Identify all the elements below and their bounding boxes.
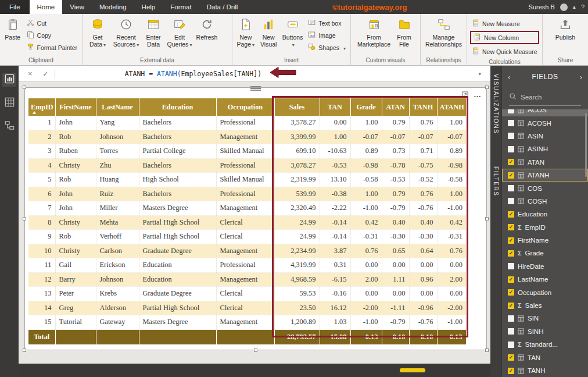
from-marketplace-button[interactable]: From Marketplace — [356, 16, 393, 57]
column-header-empid[interactable]: EmpID — [28, 98, 55, 116]
resize-handle[interactable] — [485, 348, 489, 352]
column-header-lastname[interactable]: LastName — [96, 98, 139, 116]
field-checkbox-checked[interactable]: ✓ — [508, 276, 514, 283]
field-checkbox[interactable] — [508, 146, 514, 152]
table-row[interactable]: 1JohnYangBachelorsProfessional3,578.270.… — [28, 116, 466, 130]
resize-handle[interactable] — [23, 217, 26, 220]
table-row[interactable]: 8ChristyMehtaPartial High SchoolClerical… — [28, 215, 466, 230]
menu-file[interactable]: File — [0, 0, 30, 14]
field-item-atanh[interactable]: ✓ATANH — [502, 169, 588, 182]
column-header-occupation[interactable]: Occupation — [216, 98, 274, 116]
fields-scrollbar[interactable] — [585, 113, 587, 177]
from-file-button[interactable]: From File — [393, 16, 416, 57]
field-item-education[interactable]: ✓Education — [502, 208, 588, 220]
paste-button[interactable]: Paste — [2, 16, 24, 57]
table-row[interactable]: 13PeterKrebsGraduate DegreeClerical59.53… — [28, 287, 466, 301]
shapes-button[interactable]: Shapes — [306, 42, 347, 53]
more-options-icon[interactable]: … — [474, 92, 482, 98]
column-header-firstname[interactable]: FirstName — [55, 98, 96, 116]
field-checkbox-checked[interactable]: ✓ — [508, 368, 514, 374]
avatar[interactable] — [560, 3, 568, 11]
tab-home[interactable]: Home — [30, 0, 63, 14]
column-header-grade[interactable]: Grade — [350, 98, 382, 116]
resize-handle[interactable] — [23, 348, 26, 352]
new-page-button[interactable]: New Page — [234, 16, 257, 57]
field-item-cosh[interactable]: COSH — [502, 195, 588, 208]
cut-button[interactable]: Cut — [25, 17, 79, 29]
enter-data-button[interactable]: Enter Data — [141, 16, 166, 57]
field-item-grade[interactable]: ✓ΣGrade — [502, 247, 588, 259]
new-visual-button[interactable]: New Visual — [257, 16, 279, 57]
field-checkbox-checked[interactable]: ✓ — [508, 224, 514, 230]
field-item-sin[interactable]: SIN — [502, 312, 588, 325]
field-checkbox-checked[interactable]: ✓ — [508, 172, 514, 179]
field-checkbox-checked[interactable]: ✓ — [508, 289, 514, 296]
chevron-right-icon[interactable]: › — [580, 73, 582, 81]
table-row[interactable]: 10ChristyCarlsonGraduate DegreeManagemen… — [28, 244, 466, 258]
field-checkbox-checked[interactable]: ✓ — [508, 303, 514, 309]
field-checkbox-checked[interactable]: ✓ — [508, 211, 514, 218]
table-row[interactable]: 2RobJohnsonBachelorsManagement3,399.991.… — [28, 130, 466, 144]
field-checkbox-checked[interactable]: ✓ — [508, 250, 514, 257]
field-checkbox[interactable] — [508, 263, 514, 269]
column-header-education[interactable]: Education — [139, 98, 216, 116]
table-row[interactable]: 9RobVerhoffPartial High SchoolClerical24… — [28, 230, 466, 244]
report-canvas[interactable]: … EmpIDFirstNameLastNameEducationOccupat… — [19, 82, 490, 377]
manage-relationships-button[interactable]: Manage Relationships — [423, 16, 465, 57]
buttons-button[interactable]: Buttons — [280, 16, 305, 57]
field-item-lastname[interactable]: ✓LastName — [502, 273, 588, 286]
field-item-sinh[interactable]: SINH — [502, 325, 588, 338]
canvas-horizontal-scrollbar[interactable] — [400, 368, 425, 372]
field-checkbox-checked[interactable]: ✓ — [508, 237, 514, 244]
resize-handle[interactable] — [485, 86, 489, 89]
table-row[interactable]: 5RobHuangHigh SchoolSkilled Manual2,319.… — [28, 173, 466, 187]
resize-handle[interactable] — [485, 217, 489, 220]
column-header-atan[interactable]: ATAN — [382, 98, 409, 116]
field-item-firstname[interactable]: ✓FirstName — [502, 234, 588, 247]
tab-modeling[interactable]: Modeling — [92, 0, 134, 14]
field-item-acosh[interactable]: ACOSH — [502, 116, 588, 129]
field-item-acos[interactable]: ACOS — [502, 109, 588, 116]
report-view-button[interactable] — [2, 73, 16, 87]
column-header-tanh[interactable]: TANH — [409, 98, 437, 116]
chevron-left-icon[interactable]: ‹ — [508, 73, 510, 81]
table-row[interactable]: 15TutorialGatewayMasters DegreeManagemen… — [28, 315, 466, 330]
formula-commit-icon[interactable]: ✓ — [43, 70, 49, 78]
tab-view[interactable]: View — [62, 0, 92, 14]
field-item-standard-[interactable]: ΣStandard... — [502, 338, 588, 351]
table-row[interactable]: 6JohnRuizBachelorsProfessional539.99-0.3… — [28, 187, 466, 201]
recent-sources-button[interactable]: Recent Sources — [111, 16, 141, 57]
field-item-sales[interactable]: ✓ΣSales — [502, 299, 588, 312]
format-painter-button[interactable]: Format Painter — [25, 42, 79, 53]
column-header-atanh[interactable]: ATANH — [437, 98, 466, 116]
field-item-atan[interactable]: ✓ATAN — [502, 156, 588, 169]
edit-queries-button[interactable]: Edit Queries — [166, 16, 193, 57]
visualizations-pane-toggle[interactable]: VISUALIZATIONS — [493, 74, 499, 134]
table-row[interactable]: 3RubenTorresPartial CollegeSkilled Manua… — [28, 144, 466, 159]
publish-button[interactable]: Publish — [550, 16, 580, 57]
field-item-tan[interactable]: ✓TAN — [502, 351, 588, 364]
new-measure-button[interactable]: New Measure — [470, 18, 539, 29]
formula-cancel-icon[interactable]: × — [28, 69, 33, 78]
field-checkbox[interactable] — [508, 185, 514, 191]
filters-pane-toggle[interactable]: FILTERS — [493, 166, 499, 197]
field-checkbox[interactable] — [508, 198, 514, 204]
copy-button[interactable]: Copy — [25, 30, 79, 41]
data-view-button[interactable] — [2, 96, 16, 110]
image-button[interactable]: Image — [306, 30, 347, 41]
field-checkbox-checked[interactable]: ✓ — [508, 354, 514, 361]
resize-handle[interactable] — [23, 86, 26, 89]
new-column-button[interactable]: New Column — [474, 33, 536, 42]
formula-input[interactable]: ATANH = ATANH(EmployeeSales[TANH]) — [125, 70, 261, 78]
table-row[interactable]: 7JohnMillerMasters DegreeManagement2,320… — [28, 201, 466, 216]
field-item-empid[interactable]: ✓ΣEmpID — [502, 221, 588, 234]
resize-handle[interactable] — [254, 348, 257, 352]
help-icon[interactable]: ? — [581, 4, 585, 10]
field-checkbox[interactable] — [508, 133, 514, 139]
field-item-asin[interactable]: ASIN — [502, 130, 588, 143]
tab-data-drill[interactable]: Data / Drill — [199, 0, 246, 14]
text-box-button[interactable]: Text box — [306, 17, 347, 29]
table-visual[interactable]: … EmpIDFirstNameLastNameEducationOccupat… — [24, 87, 487, 350]
field-item-asinh[interactable]: ASINH — [502, 143, 588, 155]
field-checkbox[interactable] — [508, 315, 514, 322]
